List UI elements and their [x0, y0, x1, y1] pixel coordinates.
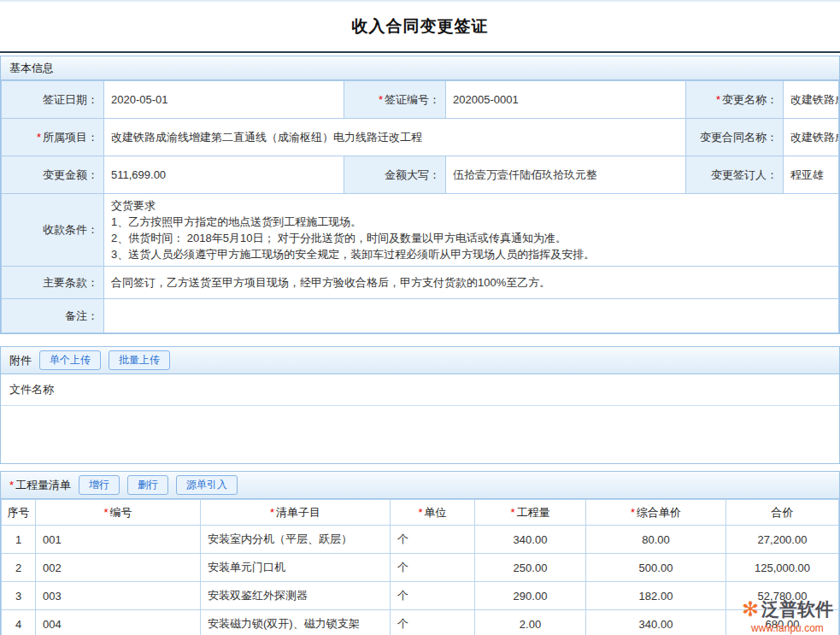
- remark-value: [104, 299, 839, 333]
- required-star: *: [631, 506, 635, 519]
- boq-header-label: 工程量清单: [15, 478, 71, 493]
- basic-info-form: 签证日期： 2020-05-01 *签证编号： 202005-0001 *变更名…: [1, 80, 839, 333]
- row-code: 003: [36, 582, 201, 610]
- add-row-button[interactable]: 增行: [79, 475, 120, 495]
- row-code: 001: [36, 526, 201, 554]
- page-header: 收入合同变更签证: [0, 0, 840, 53]
- row-price: 182.00: [586, 582, 726, 610]
- col-total-text: 合价: [772, 506, 794, 519]
- col-header-total: 合价: [726, 500, 839, 526]
- col-header-unit: *单位: [391, 500, 475, 526]
- project-label-text: 所属项目：: [43, 131, 98, 144]
- row-qty: 290.00: [475, 582, 586, 610]
- row-code: 004: [36, 610, 201, 635]
- project-value: 改建铁路成渝线增建第二直通线（成渝枢纽）电力线路迁改工程: [104, 119, 686, 156]
- col-header-item: *清单子目: [201, 500, 391, 526]
- file-name-column-header: 文件名称: [1, 374, 839, 406]
- sign-no-label: *签证编号：: [344, 81, 446, 119]
- attachments-empty-area: [1, 406, 839, 463]
- col-header-price: *综合单价: [586, 500, 726, 526]
- payment-terms-label: 收款条件：: [2, 194, 104, 267]
- row-no: 3: [2, 582, 36, 610]
- payment-line: 交货要求: [111, 197, 831, 214]
- row-total: 680.00: [726, 610, 839, 635]
- payment-terms-label-text: 收款条件：: [43, 223, 98, 236]
- payment-line: 2、供货时间： 2018年5月10日； 对于分批送货的，时间及数量以甲方电话或传…: [111, 230, 831, 246]
- row-total: 27,200.00: [726, 526, 839, 554]
- basic-info-header: 基本信息: [1, 56, 839, 80]
- amount-label: 变更金额：: [2, 156, 104, 194]
- payment-line: 3、送货人员必须遵守甲方施工现场的安全规定，装卸车过程必须听从甲方现场人员的指挥…: [111, 246, 831, 262]
- row-unit: 个: [391, 526, 475, 554]
- col-qty-text: 工程量: [517, 506, 550, 519]
- change-name-label-text: 变更名称：: [722, 93, 778, 106]
- table-row[interactable]: 3 003 安装双鉴红外探测器 个 290.00 182.00 52,780.0…: [2, 582, 839, 610]
- sign-date-label-text: 签证日期：: [43, 93, 98, 106]
- row-item: 安装室内分机（平层、跃层）: [201, 526, 391, 554]
- col-header-no: 序号: [2, 500, 36, 526]
- signer-label: 变更签订人：: [686, 156, 784, 194]
- remark-label: 备注：: [2, 299, 104, 333]
- row-item: 安装磁力锁(双开)、磁力锁支架: [201, 610, 391, 635]
- page-title: 收入合同变更签证: [352, 15, 489, 38]
- row-price: 80.00: [586, 526, 726, 554]
- row-qty: 250.00: [475, 554, 586, 582]
- batch-upload-button[interactable]: 批量上传: [109, 350, 170, 370]
- sign-date-label: 签证日期：: [2, 81, 104, 119]
- col-header-qty: *工程量: [475, 500, 586, 526]
- boq-table-header-row: 序号 *编号 *清单子目 *单位 *工程量 *综合单价 合价: [2, 500, 839, 526]
- amount-value: 511,699.00: [104, 156, 344, 194]
- row-price: 340.00: [586, 610, 726, 635]
- row-unit: 个: [391, 610, 475, 635]
- delete-row-button[interactable]: 删行: [127, 475, 168, 495]
- signer-label-text: 变更签订人：: [711, 168, 778, 181]
- row-qty: 2.00: [475, 610, 586, 635]
- attachments-header: 附件 单个上传 批量上传: [1, 347, 839, 374]
- sign-no-value: 202005-0001: [446, 81, 686, 119]
- required-star: *: [418, 506, 422, 519]
- change-contract-label-text: 变更合同名称：: [700, 131, 778, 144]
- amount-caps-value: 伍拾壹万壹仟陆佰玖拾玖元整: [446, 156, 686, 194]
- attachments-section: 附件 单个上传 批量上传 文件名称: [0, 346, 840, 464]
- boq-section: * 工程量清单 增行 删行 源单引入 序号 *编号 *清单子目 *单位 *工程量…: [0, 471, 840, 635]
- change-contract-value: 改建铁路成渝线增建第二直通线（成渝枢纽）电力线路迁改工程: [784, 119, 839, 156]
- boq-header: * 工程量清单 增行 删行 源单引入: [1, 472, 839, 499]
- single-upload-button[interactable]: 单个上传: [39, 350, 101, 370]
- row-total: 52,780.00: [726, 582, 839, 610]
- basic-info-section: 基本信息 签证日期： 2020-05-01 *签证编号： 202005-0001…: [0, 56, 840, 334]
- main-terms-value: 合同签订，乙方送货至甲方项目现场，经甲方验收合格后，甲方支付货款的100%至乙方…: [104, 267, 839, 299]
- required-star: *: [270, 506, 274, 519]
- col-price-text: 综合单价: [637, 506, 681, 519]
- change-name-label: *变更名称：: [686, 81, 784, 119]
- project-label: *所属项目：: [2, 119, 104, 156]
- row-code: 002: [36, 554, 201, 582]
- col-no-text: 序号: [8, 506, 30, 519]
- col-unit-text: 单位: [425, 506, 447, 519]
- payment-terms-value: 交货要求 1、乙方按照甲方指定的地点送货到工程施工现场。 2、供货时间： 201…: [104, 194, 839, 267]
- col-item-text: 清单子目: [276, 506, 320, 519]
- import-source-button[interactable]: 源单引入: [176, 475, 238, 495]
- amount-label-text: 变更金额：: [43, 168, 98, 181]
- sign-date-value: 2020-05-01: [104, 81, 344, 119]
- main-terms-label: 主要条款：: [2, 267, 104, 299]
- row-no: 2: [2, 554, 36, 582]
- payment-line: 1、乙方按照甲方指定的地点送货到工程施工现场。: [111, 214, 831, 230]
- row-price: 500.00: [586, 554, 726, 582]
- required-star: *: [37, 131, 41, 144]
- row-item: 安装单元门口机: [201, 554, 391, 582]
- boq-table: 序号 *编号 *清单子目 *单位 *工程量 *综合单价 合价 1 001 安装室…: [1, 499, 839, 635]
- row-unit: 个: [391, 582, 475, 610]
- amount-caps-label-text: 金额大写：: [385, 168, 440, 181]
- change-contract-label: 变更合同名称：: [686, 119, 784, 156]
- row-total: 125,000.00: [726, 554, 839, 582]
- table-row[interactable]: 2 002 安装单元门口机 个 250.00 500.00 125,000.00: [2, 554, 839, 582]
- sign-no-label-text: 签证编号：: [385, 93, 440, 106]
- signer-value: 程亚雄: [784, 156, 839, 194]
- row-no: 4: [2, 610, 36, 635]
- table-row[interactable]: 4 004 安装磁力锁(双开)、磁力锁支架 个 2.00 340.00 680.…: [2, 610, 839, 635]
- row-unit: 个: [391, 554, 475, 582]
- table-row[interactable]: 1 001 安装室内分机（平层、跃层） 个 340.00 80.00 27,20…: [2, 526, 839, 554]
- required-star: *: [103, 506, 108, 519]
- required-star: *: [379, 93, 383, 106]
- col-header-code: *编号: [36, 500, 201, 526]
